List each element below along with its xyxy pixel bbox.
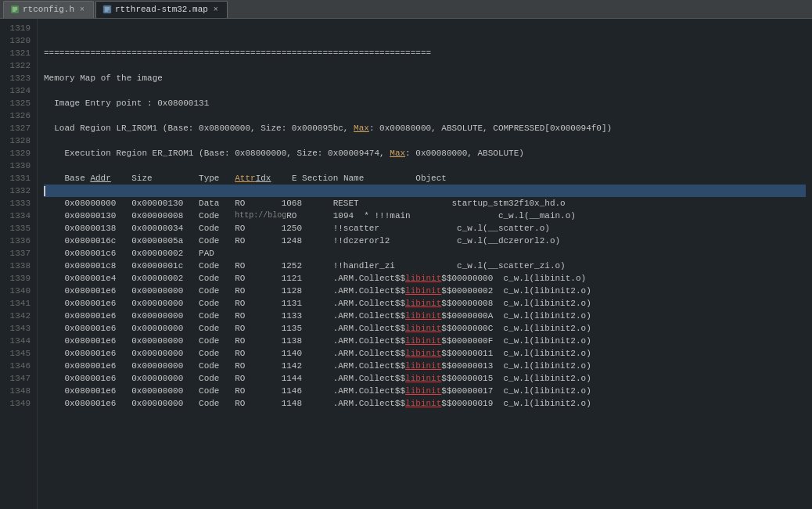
line-number-1344: 1344: [0, 335, 37, 347]
line-number-1327: 1327: [0, 122, 37, 134]
line-number-1321: 1321: [0, 47, 37, 59]
code-line-1324: [44, 84, 806, 97]
code-line-1347: 0x080001e6 0x00000000 Code RO 1144 .ARM.…: [44, 372, 806, 385]
line-number-1348: 1348: [0, 385, 37, 397]
editor-area: 1319132013211322132313241325132613271328…: [0, 19, 812, 509]
line-number-1331: 1331: [0, 172, 37, 185]
line-number-1326: 1326: [0, 109, 37, 122]
code-line-1337: 0x080001c6 0x00000002 PAD: [44, 247, 806, 260]
tab-bar: rtconfig.h × rtthread-stm32.map ×: [0, 0, 812, 19]
tab-icon-rtthread: [102, 5, 112, 14]
code-line-1328: [44, 134, 806, 147]
code-line-1319: [44, 22, 806, 34]
line-number-1349: 1349: [0, 397, 37, 410]
code-line-1330: [44, 160, 806, 172]
code-line-1345: 0x080001e6 0x00000000 Code RO 1140 .ARM.…: [44, 347, 806, 360]
line-number-1340: 1340: [0, 285, 37, 297]
tab-icon-rtconfig: [10, 5, 20, 14]
code-line-1338: 0x080001c8 0x0000001c Code RO 1252 !!han…: [44, 260, 806, 272]
line-number-1337: 1337: [0, 247, 37, 260]
tab-rtconfig[interactable]: rtconfig.h ×: [3, 1, 94, 18]
line-numbers: 1319132013211322132313241325132613271328…: [0, 19, 38, 509]
code-line-1348: 0x080001e6 0x00000000 Code RO 1146 .ARM.…: [44, 385, 806, 397]
code-line-1343: 0x080001e6 0x00000000 Code RO 1135 .ARM.…: [44, 322, 806, 335]
tab-label-rtthread: rtthread-stm32.map: [115, 5, 208, 14]
tab-label-rtconfig: rtconfig.h: [23, 5, 74, 14]
line-number-1345: 1345: [0, 347, 37, 360]
code-line-1321: ========================================…: [44, 47, 806, 59]
code-line-1344: 0x080001e6 0x00000000 Code RO 1138 .ARM.…: [44, 335, 806, 347]
code-line-1322: [44, 59, 806, 72]
code-line-1326: [44, 109, 806, 122]
line-number-1323: 1323: [0, 72, 37, 84]
line-number-1324: 1324: [0, 84, 37, 97]
code-line-1323: Memory Map of the image: [44, 72, 806, 84]
line-number-1332: 1332: [0, 185, 37, 197]
line-number-1347: 1347: [0, 372, 37, 385]
line-number-1319: 1319: [0, 22, 37, 34]
line-number-1329: 1329: [0, 147, 37, 160]
code-line-1339: 0x080001e4 0x00000002 Code RO 1121 .ARM.…: [44, 272, 806, 285]
code-line-1325: Image Entry point : 0x08000131: [44, 97, 806, 109]
line-number-1325: 1325: [0, 97, 37, 109]
code-line-1331: Base Addr Size Type Attr Idx E Section N…: [44, 172, 806, 185]
code-line-1341: 0x080001e6 0x00000000 Code RO 1131 .ARM.…: [44, 297, 806, 310]
line-number-1320: 1320: [0, 34, 37, 47]
line-number-1322: 1322: [0, 59, 37, 72]
line-number-1342: 1342: [0, 310, 37, 322]
line-number-1328: 1328: [0, 134, 37, 147]
code-line-1340: 0x080001e6 0x00000000 Code RO 1128 .ARM.…: [44, 285, 806, 297]
code-line-1332: [44, 185, 806, 197]
line-number-1333: 1333: [0, 197, 37, 210]
line-number-1339: 1339: [0, 272, 37, 285]
code-line-1320: [44, 34, 806, 47]
line-number-1341: 1341: [0, 297, 37, 310]
code-line-1346: 0x080001e6 0x00000000 Code RO 1142 .ARM.…: [44, 360, 806, 372]
tab-rtthread[interactable]: rtthread-stm32.map ×: [95, 1, 228, 18]
code-line-1329: Execution Region ER_IROM1 (Base: 0x08000…: [44, 147, 806, 160]
line-number-1334: 1334: [0, 210, 37, 222]
code-line-1342: 0x080001e6 0x00000000 Code RO 1133 .ARM.…: [44, 310, 806, 322]
code-line-1349: 0x080001e6 0x00000000 Code RO 1148 .ARM.…: [44, 397, 806, 410]
code-line-1333: 0x08000000 0x00000130 Data RO 1068 RESET…: [44, 197, 806, 210]
line-number-1330: 1330: [0, 160, 37, 172]
code-line-1336: 0x0800016c 0x0000005a Code RO 1248 !!dcz…: [44, 235, 806, 247]
tab-close-rtthread[interactable]: ×: [211, 5, 221, 14]
line-number-1336: 1336: [0, 235, 37, 247]
app-window: rtconfig.h × rtthread-stm32.map × 131913…: [0, 0, 812, 509]
tab-close-rtconfig[interactable]: ×: [77, 5, 87, 14]
line-number-1338: 1338: [0, 260, 37, 272]
code-content[interactable]: ========================================…: [38, 19, 812, 509]
code-line-1334: 0x08000130 0x00000008 Code http://blogRO…: [44, 210, 806, 222]
line-number-1346: 1346: [0, 360, 37, 372]
line-number-1335: 1335: [0, 222, 37, 235]
code-line-1327: Load Region LR_IROM1 (Base: 0x08000000, …: [44, 122, 806, 134]
line-number-1343: 1343: [0, 322, 37, 335]
code-line-1335: 0x08000138 0x00000034 Code RO 1250 !!sca…: [44, 222, 806, 235]
